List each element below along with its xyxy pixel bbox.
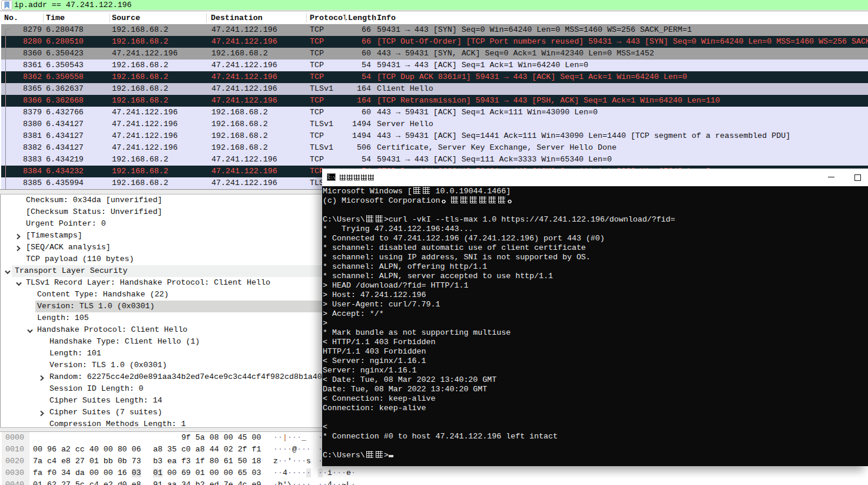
svg-text:C:\: C:\ bbox=[328, 176, 336, 180]
